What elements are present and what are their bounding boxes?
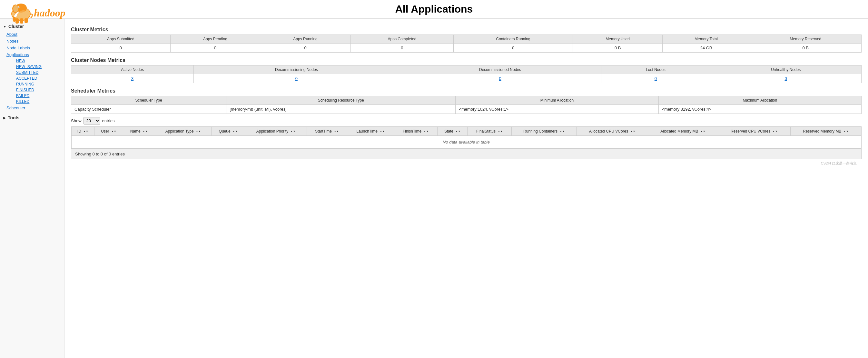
th-user[interactable]: User ▲▼ [94,127,123,136]
sort-finish-time[interactable]: ▲▼ [424,130,429,133]
th-allocated-memory-mb[interactable]: Allocated Memory MB ▲▼ [648,127,718,136]
th-application-type[interactable]: Application Type ▲▼ [155,127,212,136]
col-scheduler-type: Scheduler Type [71,96,226,105]
svg-point-10 [19,10,27,16]
th-application-priority[interactable]: Application Priority ▲▼ [245,127,307,136]
val-apps-submitted: 0 [71,43,170,53]
cluster-nodes-table: Active Nodes Decommissioning Nodes Decom… [71,65,862,83]
page-wrapper: hadoop All Applications ▼ Cluster About … [0,0,868,358]
show-label: Show [71,118,82,123]
sort-reserved-cpu-vcores[interactable]: ▲▼ [773,130,778,133]
val-memory-reserved: 0 B [750,43,861,53]
val-unhealthy-nodes[interactable]: 0 [710,74,862,83]
sort-allocated-memory-mb[interactable]: ▲▼ [700,130,706,133]
showing-info: Showing 0 to 0 of 0 entries [71,149,862,159]
sidebar-item-killed[interactable]: KILLED [16,99,64,105]
sidebar-cluster-links: About Nodes Node Labels Applications NEW… [0,31,64,111]
hadoop-elephant-logo [6,2,35,24]
cluster-arrow: ▼ [3,25,6,28]
th-id[interactable]: ID ▲▼ [71,127,94,136]
sidebar-tools-header[interactable]: ▶ Tools [0,113,64,122]
val-apps-running: 0 [260,43,351,53]
val-memory-used: 0 B [572,43,662,53]
val-containers-running: 0 [454,43,573,53]
sort-state[interactable]: ▲▼ [455,130,460,133]
header-logo: hadoop [6,2,65,24]
sidebar-item-new-saving[interactable]: NEW_SAVING [16,64,64,70]
val-memory-total: 24 GB [662,43,750,53]
val-scheduling-resource-type: [memory-mb (unit=Mi), vcores] [226,105,456,114]
svg-rect-8 [20,19,23,24]
col-memory-used: Memory Used [572,35,662,43]
val-decommissioned-nodes[interactable]: 0 [399,74,601,83]
tools-label: Tools [8,115,19,120]
sidebar-item-accepted[interactable]: ACCEPTED [16,76,64,81]
th-reserved-memory-mb[interactable]: Reserved Memory MB ▲▼ [790,127,861,136]
scheduler-metrics-table: Scheduler Type Scheduling Resource Type … [71,96,862,114]
th-launch-time[interactable]: LaunchTime ▲▼ [347,127,394,136]
svg-point-4 [13,5,19,12]
main-layout: ▼ Cluster About Nodes Node Labels Applic… [0,19,868,358]
th-finish-time[interactable]: FinishTime ▲▼ [394,127,438,136]
th-reserved-cpu-vcores[interactable]: Reserved CPU VCores ▲▼ [718,127,790,136]
sidebar-item-submitted[interactable]: SUBMITTED [16,70,64,76]
th-name[interactable]: Name ▲▼ [123,127,155,136]
sidebar-item-scheduler[interactable]: Scheduler [6,105,64,111]
th-allocated-cpu-vcores[interactable]: Allocated CPU VCores ▲▼ [577,127,648,136]
cluster-metrics-title: Cluster Metrics [71,27,862,33]
th-queue[interactable]: Queue ▲▼ [212,127,245,136]
sort-id[interactable]: ▲▼ [83,130,88,133]
sidebar-item-finished[interactable]: FINISHED [16,87,64,93]
sort-user[interactable]: ▲▼ [111,130,116,133]
cluster-nodes-title: Cluster Nodes Metrics [71,57,862,63]
th-start-time[interactable]: StartTime ▲▼ [307,127,347,136]
sidebar-cluster-section: ▼ Cluster About Nodes Node Labels Applic… [0,22,64,111]
sidebar-item-running[interactable]: RUNNING [16,81,64,87]
sort-running-containers[interactable]: ▲▼ [559,130,565,133]
sort-reserved-memory-mb[interactable]: ▲▼ [843,130,849,133]
val-lost-nodes[interactable]: 0 [601,74,710,83]
col-lost-nodes: Lost Nodes [601,65,710,74]
header: hadoop All Applications [0,0,868,19]
sidebar-item-applications[interactable]: Applications [6,51,64,58]
th-final-status[interactable]: FinalStatus ▲▼ [468,127,512,136]
sidebar-item-failed[interactable]: FAILED [16,93,64,99]
sort-launch-time[interactable]: ▲▼ [379,130,385,133]
sort-application-type[interactable]: ▲▼ [196,130,201,133]
col-scheduling-resource-type: Scheduling Resource Type [226,96,456,105]
sort-queue[interactable]: ▲▼ [232,130,238,133]
sort-start-time[interactable]: ▲▼ [334,130,339,133]
val-apps-pending: 0 [170,43,260,53]
sort-final-status[interactable]: ▲▼ [498,130,503,133]
cluster-metrics-table: Apps Submitted Apps Pending Apps Running… [71,34,862,53]
val-active-nodes[interactable]: 3 [71,74,194,83]
svg-rect-7 [16,19,19,24]
sidebar-item-new[interactable]: NEW [16,58,64,64]
col-apps-completed: Apps Completed [350,35,453,43]
sidebar-item-node-labels[interactable]: Node Labels [6,44,64,51]
col-active-nodes: Active Nodes [71,65,194,74]
sidebar-item-nodes[interactable]: Nodes [6,38,64,44]
col-apps-submitted: Apps Submitted [71,35,170,43]
sidebar-app-sub: NEW NEW_SAVING SUBMITTED ACCEPTED RUNNIN… [6,58,64,105]
col-containers-running: Containers Running [454,35,573,43]
sort-name[interactable]: ▲▼ [143,130,148,133]
val-minimum-allocation: <memory:1024, vCores:1> [456,105,658,114]
sort-allocated-cpu-vcores[interactable]: ▲▼ [630,130,636,133]
entries-label: entries [102,118,115,123]
data-table-wrapper: ID ▲▼ User ▲▼ Name ▲▼ [71,126,862,149]
sidebar: ▼ Cluster About Nodes Node Labels Applic… [0,19,64,358]
th-state[interactable]: State ▲▼ [438,127,468,136]
show-entries-row: Show 10 20 25 50 100 entries [71,117,862,124]
th-running-containers[interactable]: Running Containers ▲▼ [512,127,577,136]
val-maximum-allocation: <memory:8192, vCores:4> [658,105,861,114]
hadoop-text: hadoop [34,7,65,19]
svg-point-6 [19,7,19,7]
col-apps-pending: Apps Pending [170,35,260,43]
entries-select[interactable]: 10 20 25 50 100 [84,117,100,124]
sort-application-priority[interactable]: ▲▼ [290,130,296,133]
col-unhealthy-nodes: Unhealthy Nodes [710,65,862,74]
sidebar-item-about[interactable]: About [6,31,64,38]
col-apps-running: Apps Running [260,35,351,43]
val-decommissioning-nodes[interactable]: 0 [194,74,399,83]
